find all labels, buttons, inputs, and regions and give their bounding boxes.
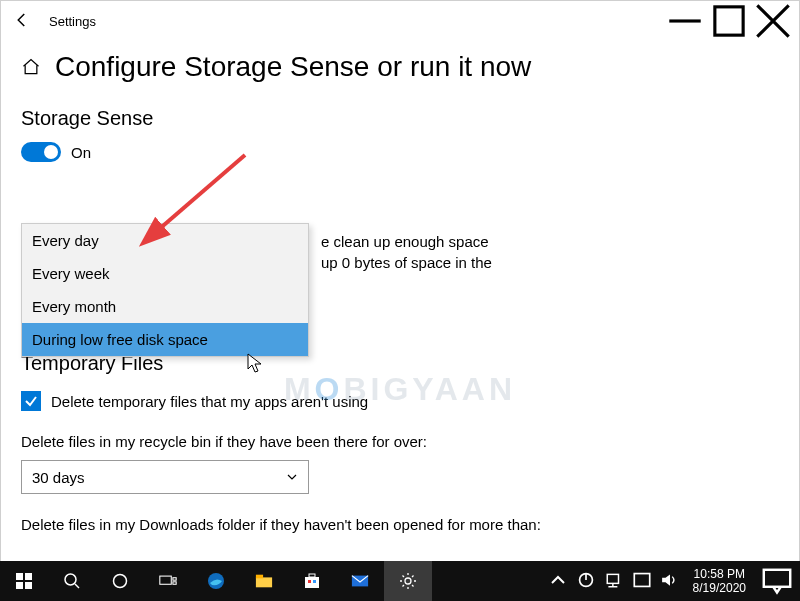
- svg-line-4: [157, 155, 245, 231]
- recycle-bin-value: 30 days: [32, 469, 85, 486]
- window-titlebar: Settings: [1, 1, 799, 41]
- close-button[interactable]: [751, 5, 795, 37]
- downloads-folder-label: Delete files in my Downloads folder if t…: [21, 516, 541, 533]
- recycle-bin-label: Delete files in my recycle bin if they h…: [21, 433, 779, 450]
- minimize-button[interactable]: [663, 5, 707, 37]
- toggle-state-label: On: [71, 144, 91, 161]
- home-icon[interactable]: [21, 57, 41, 77]
- svg-rect-30: [764, 570, 790, 587]
- svg-rect-13: [173, 578, 176, 580]
- cortana-button[interactable]: [96, 561, 144, 601]
- svg-rect-12: [160, 576, 171, 584]
- svg-rect-17: [256, 575, 263, 579]
- taskbar-mail[interactable]: [336, 561, 384, 601]
- dropdown-item-every-day[interactable]: Every day: [22, 224, 308, 257]
- taskbar-edge[interactable]: [192, 561, 240, 601]
- tray-volume-icon[interactable]: [661, 571, 679, 592]
- tray-chevron-up-icon[interactable]: [549, 571, 567, 592]
- svg-point-11: [114, 575, 127, 588]
- maximize-button[interactable]: [707, 5, 751, 37]
- svg-rect-29: [634, 573, 649, 586]
- tray-network-icon[interactable]: [605, 571, 623, 592]
- svg-rect-6: [25, 573, 32, 580]
- svg-rect-19: [309, 574, 315, 577]
- notification-center-button[interactable]: [760, 566, 794, 596]
- storage-sense-toggle[interactable]: [21, 142, 61, 162]
- recycle-bin-select[interactable]: 30 days: [21, 460, 309, 494]
- chevron-down-icon: [286, 471, 298, 483]
- delete-temp-checkbox[interactable]: [21, 391, 41, 411]
- svg-rect-21: [313, 580, 316, 583]
- storage-sense-heading: Storage Sense: [21, 107, 779, 130]
- taskbar-clock[interactable]: 10:58 PM 8/19/2020: [689, 567, 750, 595]
- taskbar-time: 10:58 PM: [694, 567, 745, 581]
- mouse-cursor: [247, 353, 263, 376]
- dropdown-item-every-week[interactable]: Every week: [22, 257, 308, 290]
- taskbar-store[interactable]: [288, 561, 336, 601]
- back-button[interactable]: [13, 11, 31, 32]
- svg-rect-20: [308, 580, 311, 583]
- taskbar-date: 8/19/2020: [693, 581, 746, 595]
- svg-rect-14: [173, 582, 176, 584]
- tray-power-icon[interactable]: [577, 571, 595, 592]
- description-partial-line2: up 0 bytes of space in the: [321, 252, 492, 273]
- app-title: Settings: [49, 14, 96, 29]
- svg-line-10: [75, 584, 79, 588]
- page-title: Configure Storage Sense or run it now: [55, 51, 531, 83]
- taskbar-settings[interactable]: [384, 561, 432, 601]
- svg-rect-18: [305, 577, 319, 588]
- taskbar: 10:58 PM 8/19/2020: [0, 561, 800, 601]
- svg-rect-7: [16, 582, 23, 589]
- search-button[interactable]: [48, 561, 96, 601]
- description-partial-line1: e clean up enough space: [321, 231, 489, 252]
- dropdown-item-every-month[interactable]: Every month: [22, 290, 308, 323]
- svg-point-9: [65, 574, 76, 585]
- dropdown-item-low-disk-space[interactable]: During low free disk space: [22, 323, 308, 356]
- task-view-button[interactable]: [144, 561, 192, 601]
- taskbar-file-explorer[interactable]: [240, 561, 288, 601]
- svg-rect-26: [607, 574, 618, 583]
- svg-rect-1: [715, 7, 743, 35]
- svg-rect-8: [25, 582, 32, 589]
- svg-rect-5: [16, 573, 23, 580]
- svg-point-23: [405, 578, 411, 584]
- start-button[interactable]: [0, 561, 48, 601]
- content-area: Configure Storage Sense or run it now St…: [1, 41, 799, 560]
- tray-action-icon[interactable]: [633, 571, 651, 592]
- watermark-logo: MOBIGYAAN: [284, 371, 516, 408]
- run-sense-dropdown[interactable]: Every day Every week Every month During …: [21, 223, 309, 357]
- svg-rect-16: [256, 577, 272, 587]
